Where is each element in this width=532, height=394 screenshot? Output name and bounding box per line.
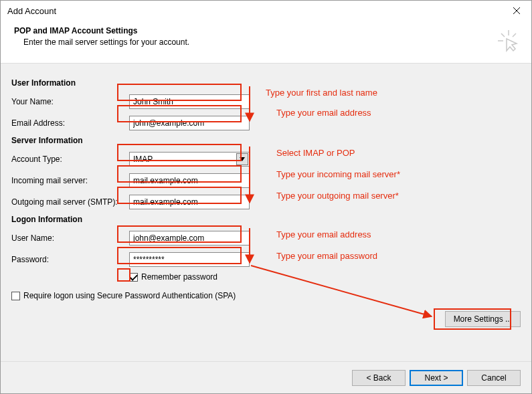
more-settings-button[interactable]: More Settings ... (445, 311, 521, 327)
footer: < Back Next > Cancel (1, 361, 531, 393)
back-button[interactable]: < Back (352, 370, 406, 386)
email-input[interactable] (129, 116, 250, 130)
header-title: POP and IMAP Account Settings (14, 26, 189, 35)
label-incoming: Incoming mail server: (11, 176, 129, 185)
window-title: Add Account (7, 6, 56, 16)
section-server-info: Server Information (11, 136, 521, 145)
more-settings-label: More Settings ... (454, 314, 512, 324)
incoming-server-input[interactable] (129, 173, 250, 188)
chevron-down-icon (236, 153, 248, 165)
cancel-button[interactable]: Cancel (467, 370, 521, 386)
label-username: User Name: (11, 233, 129, 243)
section-user-info: User Information (11, 78, 521, 88)
your-name-input[interactable] (129, 94, 250, 109)
label-password: Password: (11, 255, 129, 264)
header-cursor-icon (497, 29, 521, 55)
label-your-name: Your Name: (11, 97, 129, 106)
add-account-window: Add Account POP and IMAP Account Setting… (0, 0, 532, 394)
remember-password-label: Remember password (141, 272, 217, 282)
next-button[interactable]: Next > (410, 370, 463, 386)
account-type-value: IMAP (133, 155, 153, 164)
svg-marker-6 (240, 157, 245, 161)
close-icon (513, 7, 521, 15)
section-logon-info: Logon Information (11, 215, 521, 224)
close-button[interactable] (501, 1, 531, 21)
cancel-label: Cancel (481, 373, 506, 383)
svg-line-5 (513, 33, 516, 37)
remember-password-checkbox[interactable] (129, 273, 138, 282)
header-subtitle: Enter the mail server settings for your … (14, 37, 189, 47)
next-label: Next > (424, 373, 448, 383)
titlebar: Add Account (1, 1, 531, 21)
svg-line-4 (501, 33, 505, 37)
label-account-type: Account Type: (11, 155, 129, 164)
password-input[interactable] (129, 252, 250, 267)
label-email: Email Address: (11, 118, 129, 128)
back-label: < Back (366, 373, 391, 383)
spa-label: Require logon using Secure Password Auth… (23, 291, 236, 300)
username-input[interactable] (129, 231, 250, 245)
spa-checkbox[interactable] (11, 292, 20, 300)
outgoing-server-input[interactable] (129, 195, 250, 209)
dialog-body: User Information Your Name: Email Addres… (1, 64, 531, 361)
header: POP and IMAP Account Settings Enter the … (1, 21, 531, 64)
highlight-remember (117, 268, 130, 282)
label-outgoing: Outgoing mail server (SMTP): (11, 197, 129, 207)
account-type-select[interactable]: IMAP (129, 152, 250, 167)
